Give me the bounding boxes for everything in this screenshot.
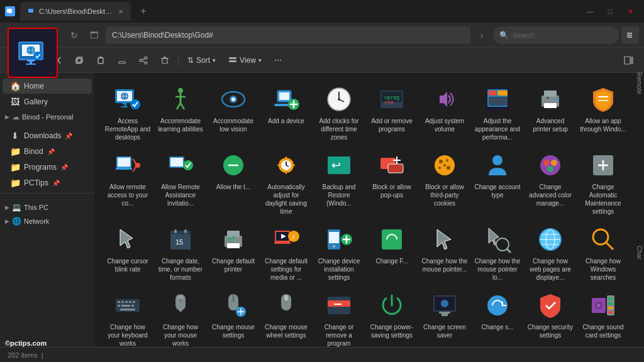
svg-rect-101 [388,164,403,173]
expand-btn[interactable] [621,26,639,44]
file-item-20[interactable]: Change cursor blink rate [102,221,153,285]
svg-rect-181 [439,312,450,314]
file-item-33[interactable]: Change mouse wheel settings [260,287,312,347]
address-path[interactable]: C:\Users\Binod\Desktop\God# [106,26,470,44]
svg-point-151 [593,229,608,244]
file-item-1[interactable]: Accommodate learning abilities [155,80,206,145]
file-item-4[interactable]: Add clocks for different time zones [313,80,365,145]
file-item-30[interactable]: Change how your keyboard works [102,287,153,347]
file-icon-33 [271,290,301,321]
svg-rect-122 [174,229,177,233]
file-item-9[interactable]: Allow an app through Windo... [577,80,629,145]
file-icon-6 [430,84,460,114]
file-item-19[interactable]: Change Automatic Maintenance settings [577,146,629,219]
sidebar-network-label: Network [24,217,49,225]
file-item-24[interactable]: Change device installation settings [313,221,365,285]
refresh-btn[interactable]: ↻ [65,26,83,44]
maximize-btn[interactable]: □ [601,5,619,18]
file-item-15[interactable]: Block or allow pop-ups [366,146,418,219]
svg-rect-33 [625,57,630,64]
active-tab[interactable]: C:\Users\Binod\Desktop\God# ✕ [20,2,131,21]
file-item-35[interactable]: Change power-saving settings [366,287,418,347]
svg-rect-19 [77,57,82,62]
sidebar-item-gallery[interactable]: 🖼 Gallery [3,94,92,109]
file-item-36[interactable]: Change screen saver [419,287,470,347]
file-item-29[interactable]: Change how Windows searches [577,221,629,285]
svg-rect-76 [544,103,557,108]
file-item-6[interactable]: Adjust system volume [419,80,470,145]
file-item-10[interactable]: Allow remote access to your co... [102,146,153,219]
delete-btn[interactable] [155,52,174,69]
svg-rect-10 [7,9,12,13]
svg-rect-126 [227,231,240,237]
file-item-23[interactable]: ♪Change default settings for media or ..… [260,221,312,285]
sidebar: 🏠 Home 🖼 Gallery ▶ ☁ Binod - Personal ⬇ … [0,73,94,347]
tab-add-btn[interactable]: + [136,4,151,19]
rename-btn[interactable] [113,52,131,69]
sidebar-item-binod[interactable]: 📁 Binod 📌 [3,144,92,159]
view-btn[interactable]: View ▾ [223,52,267,69]
file-label-37: Change s... [481,323,513,331]
svg-point-106 [446,159,448,162]
more-nav-btn[interactable]: › [473,26,491,44]
file-item-2[interactable]: Accommodate low vision [208,80,259,145]
sidebar-section-thispc[interactable]: ▶ 💻 This PC [0,200,94,214]
file-item-13[interactable]: Automatically adjust for daylight saving… [260,146,312,219]
svg-point-114 [547,166,553,172]
tab-close-btn[interactable]: ✕ [118,8,123,15]
file-item-37[interactable]: Change s... [472,287,523,347]
tab-icon [28,8,35,15]
file-label-7: Adjust the appearance and performa... [474,117,521,141]
paste-btn[interactable] [91,52,110,69]
file-icon-4 [324,84,354,114]
sidebar-gallery-label: Gallery [24,97,48,106]
sidebar-section-personal[interactable]: ▶ ☁ Binod - Personal [0,110,94,124]
sidebar-item-home[interactable]: 🏠 Home [3,79,92,94]
file-item-32[interactable]: Change mouse settings [208,287,259,347]
file-item-39[interactable]: Change sound card settings [577,287,629,347]
file-item-12[interactable]: Allow the t... [208,146,259,219]
sidebar-item-pctips[interactable]: 📁 PCTips 📌 [3,175,92,190]
sort-btn[interactable]: ⇅ Sort ▾ [182,52,221,69]
file-item-0[interactable]: Access RemoteApp and desktops [102,80,153,145]
file-item-17[interactable]: Change account type [472,146,523,219]
sidebar-item-programs[interactable]: 📁 Programs 📌 [3,160,92,175]
file-item-14[interactable]: ↩Backup and Restore (Windo... [313,146,365,219]
copy-btn[interactable] [70,52,89,69]
close-btn[interactable]: ✕ [621,5,639,18]
file-item-38[interactable]: Change security settings [525,287,576,347]
file-item-8[interactable]: Advanced printer setup [525,80,576,145]
file-item-31[interactable]: Change how your mouse works [155,287,206,347]
file-item-5[interactable]: >progremAdd or remove programs [366,80,418,145]
sidebar-item-downloads[interactable]: ⬇ Downloads 📌 [3,128,92,143]
file-item-34[interactable]: Change or remove a program [313,287,365,347]
more-btn[interactable]: ⋯ [269,52,287,69]
details-pane-btn[interactable] [619,52,639,69]
file-item-28[interactable]: Change how web pages are displaye... [525,221,576,285]
share-btn[interactable] [134,52,153,69]
file-item-21[interactable]: 15Change date, time, or number formats [155,221,206,285]
app-thumbnail[interactable] [8,28,58,78]
address-icon-btn[interactable]: 🗔 [86,26,103,44]
search-box[interactable]: 🔍 Search [493,26,619,44]
file-item-22[interactable]: Change default printer [208,221,259,285]
delete-icon [160,56,169,65]
file-item-18[interactable]: Change advanced color manage... [525,146,576,219]
sidebar-binod-label: Binod [24,147,43,156]
sidebar-section-network[interactable]: ▶ 🌐 Network [0,214,94,228]
file-item-25[interactable]: Change F... [366,221,418,285]
file-item-16[interactable]: Block or allow third-party cookies [419,146,470,219]
minimize-btn[interactable]: — [581,5,599,18]
file-item-11[interactable]: Allow Remote Assistance invitatio... [155,146,206,219]
file-label-26: Change how the mouse pointer... [421,257,468,273]
file-item-26[interactable]: Change how the mouse pointer... [419,221,470,285]
svg-point-24 [140,59,142,62]
file-label-31: Change how your mouse works [157,323,204,347]
file-item-27[interactable]: Change how the mouse pointer lo... [472,221,523,285]
downloads-icon: ⬇ [10,131,20,141]
file-icon-26 [430,224,460,255]
sidebar-thispc-label: This PC [24,204,48,211]
section-arrow-icon: ▶ [5,114,9,120]
file-item-3[interactable]: Add a device [260,80,312,145]
file-item-7[interactable]: Adjust the appearance and performa... [472,80,523,145]
